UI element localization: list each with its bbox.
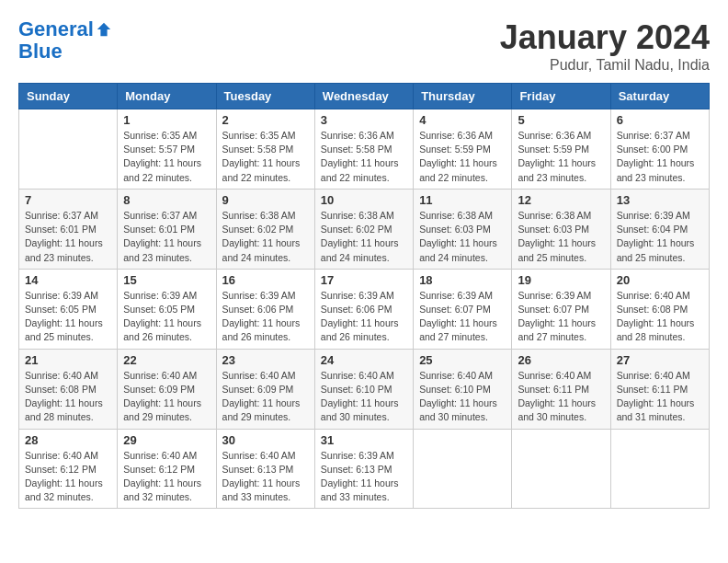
- day-number: 7: [25, 193, 111, 207]
- calendar-cell: [512, 429, 610, 509]
- day-number: 3: [321, 113, 407, 127]
- day-info: Sunrise: 6:40 AM Sunset: 6:09 PM Dayligh…: [222, 369, 309, 425]
- calendar-cell: 11Sunrise: 6:38 AM Sunset: 6:03 PM Dayli…: [414, 189, 512, 269]
- day-info: Sunrise: 6:38 AM Sunset: 6:03 PM Dayligh…: [419, 209, 506, 265]
- day-number: 9: [222, 193, 309, 207]
- day-info: Sunrise: 6:37 AM Sunset: 6:01 PM Dayligh…: [25, 209, 111, 265]
- calendar-cell: 2Sunrise: 6:35 AM Sunset: 5:58 PM Daylig…: [216, 109, 314, 190]
- day-number: 21: [25, 353, 111, 367]
- day-number: 18: [419, 273, 506, 287]
- day-info: Sunrise: 6:40 AM Sunset: 6:08 PM Dayligh…: [25, 369, 111, 425]
- calendar-week-row: 28Sunrise: 6:40 AM Sunset: 6:12 PM Dayli…: [19, 429, 710, 509]
- day-number: 10: [321, 193, 407, 207]
- calendar-body: 1Sunrise: 6:35 AM Sunset: 5:57 PM Daylig…: [19, 109, 710, 509]
- day-number: 19: [518, 273, 604, 287]
- day-number: 23: [222, 353, 309, 367]
- calendar-week-row: 1Sunrise: 6:35 AM Sunset: 5:57 PM Daylig…: [19, 109, 710, 190]
- calendar-cell: 28Sunrise: 6:40 AM Sunset: 6:12 PM Dayli…: [19, 429, 118, 509]
- day-info: Sunrise: 6:40 AM Sunset: 6:13 PM Dayligh…: [222, 449, 309, 505]
- day-info: Sunrise: 6:40 AM Sunset: 6:11 PM Dayligh…: [518, 369, 604, 425]
- day-info: Sunrise: 6:38 AM Sunset: 6:02 PM Dayligh…: [222, 209, 309, 265]
- page-header: General Blue January 2024 Pudur, Tamil N…: [18, 18, 710, 74]
- day-number: 13: [617, 193, 703, 207]
- day-number: 5: [518, 113, 604, 127]
- day-number: 28: [25, 433, 111, 447]
- calendar-cell: 4Sunrise: 6:36 AM Sunset: 5:59 PM Daylig…: [414, 109, 512, 190]
- calendar-week-row: 21Sunrise: 6:40 AM Sunset: 6:08 PM Dayli…: [19, 349, 710, 429]
- day-info: Sunrise: 6:39 AM Sunset: 6:06 PM Dayligh…: [321, 289, 407, 345]
- calendar-cell: 18Sunrise: 6:39 AM Sunset: 6:07 PM Dayli…: [414, 269, 512, 349]
- calendar-cell: 8Sunrise: 6:37 AM Sunset: 6:01 PM Daylig…: [118, 189, 216, 269]
- day-info: Sunrise: 6:37 AM Sunset: 6:01 PM Dayligh…: [123, 209, 210, 265]
- calendar-subtitle: Pudur, Tamil Nadu, India: [500, 57, 710, 74]
- title-area: January 2024 Pudur, Tamil Nadu, India: [500, 18, 710, 74]
- day-info: Sunrise: 6:40 AM Sunset: 6:11 PM Dayligh…: [617, 369, 703, 425]
- day-number: 12: [518, 193, 604, 207]
- day-number: 31: [321, 433, 407, 447]
- day-info: Sunrise: 6:38 AM Sunset: 6:03 PM Dayligh…: [518, 209, 604, 265]
- day-number: 22: [123, 353, 210, 367]
- day-number: 24: [321, 353, 407, 367]
- weekday-header-cell: Tuesday: [216, 84, 314, 109]
- calendar-cell: 25Sunrise: 6:40 AM Sunset: 6:10 PM Dayli…: [414, 349, 512, 429]
- calendar-cell: 31Sunrise: 6:39 AM Sunset: 6:13 PM Dayli…: [314, 429, 413, 509]
- day-number: 11: [419, 193, 506, 207]
- calendar-cell: 23Sunrise: 6:40 AM Sunset: 6:09 PM Dayli…: [216, 349, 314, 429]
- weekday-header-cell: Saturday: [610, 84, 709, 109]
- day-number: 15: [123, 273, 210, 287]
- calendar-cell: 14Sunrise: 6:39 AM Sunset: 6:05 PM Dayli…: [19, 269, 118, 349]
- calendar-cell: 5Sunrise: 6:36 AM Sunset: 5:59 PM Daylig…: [512, 109, 610, 190]
- day-info: Sunrise: 6:39 AM Sunset: 6:13 PM Dayligh…: [321, 449, 407, 505]
- calendar-cell: 7Sunrise: 6:37 AM Sunset: 6:01 PM Daylig…: [19, 189, 118, 269]
- calendar-cell: 20Sunrise: 6:40 AM Sunset: 6:08 PM Dayli…: [610, 269, 709, 349]
- day-info: Sunrise: 6:40 AM Sunset: 6:10 PM Dayligh…: [321, 369, 407, 425]
- day-info: Sunrise: 6:40 AM Sunset: 6:12 PM Dayligh…: [123, 449, 210, 505]
- calendar-week-row: 14Sunrise: 6:39 AM Sunset: 6:05 PM Dayli…: [19, 269, 710, 349]
- day-number: 27: [617, 353, 703, 367]
- calendar-cell: 22Sunrise: 6:40 AM Sunset: 6:09 PM Dayli…: [118, 349, 216, 429]
- logo-text: General: [18, 18, 94, 40]
- calendar-cell: 19Sunrise: 6:39 AM Sunset: 6:07 PM Dayli…: [512, 269, 610, 349]
- weekday-header-cell: Thursday: [414, 84, 512, 109]
- day-info: Sunrise: 6:39 AM Sunset: 6:06 PM Dayligh…: [222, 289, 309, 345]
- day-info: Sunrise: 6:38 AM Sunset: 6:02 PM Dayligh…: [321, 209, 407, 265]
- calendar-cell: 21Sunrise: 6:40 AM Sunset: 6:08 PM Dayli…: [19, 349, 118, 429]
- day-number: 14: [25, 273, 111, 287]
- logo-icon: [96, 21, 112, 38]
- day-number: 2: [222, 113, 309, 127]
- calendar-cell: 27Sunrise: 6:40 AM Sunset: 6:11 PM Dayli…: [610, 349, 709, 429]
- calendar-cell: 30Sunrise: 6:40 AM Sunset: 6:13 PM Dayli…: [216, 429, 314, 509]
- day-number: 20: [617, 273, 703, 287]
- calendar-cell: 6Sunrise: 6:37 AM Sunset: 6:00 PM Daylig…: [610, 109, 709, 190]
- day-info: Sunrise: 6:35 AM Sunset: 5:57 PM Dayligh…: [123, 129, 210, 185]
- calendar-week-row: 7Sunrise: 6:37 AM Sunset: 6:01 PM Daylig…: [19, 189, 710, 269]
- day-info: Sunrise: 6:36 AM Sunset: 5:59 PM Dayligh…: [518, 129, 604, 185]
- day-info: Sunrise: 6:39 AM Sunset: 6:07 PM Dayligh…: [419, 289, 506, 345]
- day-info: Sunrise: 6:35 AM Sunset: 5:58 PM Dayligh…: [222, 129, 309, 185]
- weekday-header-cell: Wednesday: [314, 84, 413, 109]
- day-number: 25: [419, 353, 506, 367]
- calendar-cell: [19, 109, 118, 190]
- calendar-cell: 1Sunrise: 6:35 AM Sunset: 5:57 PM Daylig…: [118, 109, 216, 190]
- day-number: 8: [123, 193, 210, 207]
- day-number: 26: [518, 353, 604, 367]
- calendar-table: SundayMondayTuesdayWednesdayThursdayFrid…: [18, 83, 710, 509]
- calendar-cell: 3Sunrise: 6:36 AM Sunset: 5:58 PM Daylig…: [314, 109, 413, 190]
- day-number: 30: [222, 433, 309, 447]
- calendar-cell: 16Sunrise: 6:39 AM Sunset: 6:06 PM Dayli…: [216, 269, 314, 349]
- calendar-cell: 15Sunrise: 6:39 AM Sunset: 6:05 PM Dayli…: [118, 269, 216, 349]
- calendar-cell: 17Sunrise: 6:39 AM Sunset: 6:06 PM Dayli…: [314, 269, 413, 349]
- weekday-header-cell: Sunday: [19, 84, 118, 109]
- day-info: Sunrise: 6:39 AM Sunset: 6:07 PM Dayligh…: [518, 289, 604, 345]
- calendar-title: January 2024: [500, 18, 710, 57]
- day-info: Sunrise: 6:39 AM Sunset: 6:04 PM Dayligh…: [617, 209, 703, 265]
- calendar-cell: 12Sunrise: 6:38 AM Sunset: 6:03 PM Dayli…: [512, 189, 610, 269]
- day-number: 17: [321, 273, 407, 287]
- day-info: Sunrise: 6:39 AM Sunset: 6:05 PM Dayligh…: [25, 289, 111, 345]
- day-number: 1: [123, 113, 210, 127]
- day-number: 4: [419, 113, 506, 127]
- calendar-cell: 10Sunrise: 6:38 AM Sunset: 6:02 PM Dayli…: [314, 189, 413, 269]
- day-info: Sunrise: 6:40 AM Sunset: 6:09 PM Dayligh…: [123, 369, 210, 425]
- weekday-header-cell: Monday: [118, 84, 216, 109]
- day-info: Sunrise: 6:37 AM Sunset: 6:00 PM Dayligh…: [617, 129, 703, 185]
